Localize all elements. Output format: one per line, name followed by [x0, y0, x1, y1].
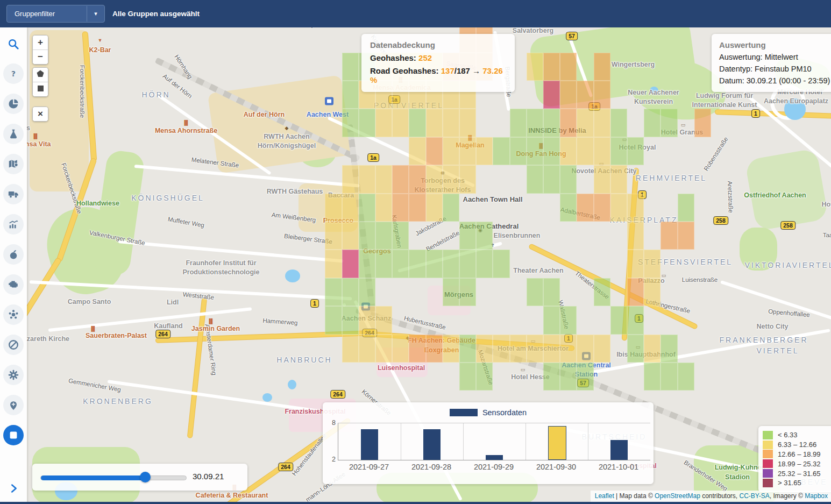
geohash-cell[interactable]	[476, 222, 493, 250]
geohash-cell[interactable]	[660, 363, 677, 391]
geohash-cell[interactable]	[342, 278, 359, 306]
geohash-cell[interactable]	[443, 137, 459, 165]
geohash-cell[interactable]	[644, 363, 660, 391]
attribution-link[interactable]: Leaflet	[595, 492, 614, 500]
geohash-cell[interactable]	[560, 363, 577, 391]
geohash-cell[interactable]	[627, 278, 644, 306]
geohash-cell[interactable]	[426, 109, 443, 137]
no-entry-icon[interactable]	[3, 335, 24, 355]
map-pin-icon[interactable]	[3, 154, 24, 174]
geohash-cell[interactable]	[426, 137, 443, 165]
geohash-cell[interactable]	[660, 335, 677, 363]
geohash-cell[interactable]	[527, 137, 543, 165]
geohash-cell[interactable]	[527, 278, 543, 306]
geohash-cell[interactable]	[577, 109, 593, 137]
geohash-cell[interactable]	[375, 306, 392, 334]
geohash-cell[interactable]	[543, 306, 560, 334]
geohash-cell[interactable]	[325, 250, 342, 278]
geohash-cell[interactable]	[610, 306, 627, 334]
geohash-cell[interactable]	[359, 335, 375, 363]
geohash-cell[interactable]	[678, 363, 694, 391]
geohash-cell[interactable]	[527, 109, 543, 137]
geohash-cell[interactable]	[543, 81, 560, 109]
geohash-cell[interactable]	[660, 222, 677, 250]
geohash-cell[interactable]	[392, 109, 409, 137]
geohash-cell[interactable]	[594, 53, 610, 81]
geohash-cell[interactable]	[594, 194, 610, 222]
geohash-cell[interactable]	[342, 109, 359, 137]
geohash-cell[interactable]	[359, 194, 375, 222]
geohash-cell[interactable]	[375, 222, 392, 250]
geohash-cell[interactable]	[459, 222, 476, 250]
geohash-cell[interactable]	[610, 137, 627, 165]
geohash-cell[interactable]	[342, 194, 359, 222]
flask-icon[interactable]	[3, 124, 24, 144]
truck-icon[interactable]	[3, 184, 24, 204]
geohash-cell[interactable]	[627, 335, 644, 363]
geohash-cell[interactable]	[325, 278, 342, 306]
geohash-cell[interactable]	[375, 194, 392, 222]
geohash-cell[interactable]	[527, 165, 543, 193]
geohash-cell[interactable]	[560, 137, 577, 165]
geohash-cell[interactable]	[543, 53, 560, 81]
group-filter-dropdown[interactable]: Gruppenfilter ▾	[6, 5, 105, 23]
geohash-cell[interactable]	[342, 335, 359, 363]
geohash-cell[interactable]	[543, 363, 560, 391]
geohash-cell[interactable]	[459, 250, 476, 278]
chart-growth-icon[interactable]	[3, 214, 24, 235]
geohash-cell[interactable]	[594, 109, 610, 137]
geohash-cell[interactable]	[409, 335, 425, 363]
location-move-icon[interactable]	[3, 395, 24, 415]
geohash-cell[interactable]	[560, 81, 577, 109]
gear-icon[interactable]	[3, 365, 24, 385]
geohash-cell[interactable]	[560, 53, 577, 81]
geohash-cell[interactable]	[426, 194, 443, 222]
geohash-cell[interactable]	[627, 222, 644, 250]
geohash-cell[interactable]	[359, 250, 375, 278]
geohash-cell[interactable]	[459, 278, 476, 306]
chart-bar-2021-09-27[interactable]	[361, 429, 378, 460]
geohash-cell[interactable]	[527, 53, 543, 81]
draw-polygon-button[interactable]	[33, 68, 48, 82]
geohash-cell[interactable]	[443, 335, 459, 363]
geohash-cell[interactable]	[610, 194, 627, 222]
geohash-cell[interactable]	[409, 194, 425, 222]
geohash-cell[interactable]	[325, 306, 342, 334]
geohash-cell[interactable]	[510, 137, 527, 165]
geohash-cell[interactable]	[459, 363, 476, 391]
geohash-cell[interactable]	[660, 109, 677, 137]
geohash-cell[interactable]	[392, 250, 409, 278]
geohash-cell[interactable]	[577, 335, 593, 363]
geohash-cell[interactable]	[627, 250, 644, 278]
geohash-cell[interactable]	[543, 165, 560, 193]
geohash-cell[interactable]	[644, 335, 660, 363]
pie-chart-icon[interactable]	[3, 94, 24, 114]
map-canvas[interactable]: HÖRNKÖNIGSHÜGELPONTVIERTELREHMVIERTELKAI…	[27, 27, 831, 504]
geohash-cell[interactable]	[510, 335, 527, 363]
geohash-cell[interactable]	[476, 335, 493, 363]
geohash-cell[interactable]	[577, 81, 593, 109]
geohash-cell[interactable]	[627, 194, 644, 222]
geohash-cell[interactable]	[392, 222, 409, 250]
geohash-cell[interactable]	[644, 278, 660, 306]
geohash-cell[interactable]	[577, 363, 593, 391]
geohash-cell[interactable]	[426, 165, 443, 193]
geohash-cell[interactable]	[325, 222, 342, 250]
geohash-cell[interactable]	[409, 137, 425, 165]
geohash-cell[interactable]	[543, 137, 560, 165]
geohash-cell[interactable]	[459, 165, 476, 193]
geohash-cell[interactable]	[342, 222, 359, 250]
stop-button[interactable]	[3, 425, 24, 445]
chart-bar-2021-09-28[interactable]	[423, 429, 441, 460]
engine-icon[interactable]	[3, 274, 24, 295]
geohash-cell[interactable]	[443, 194, 459, 222]
geohash-cell[interactable]	[493, 137, 509, 165]
geohash-cell[interactable]	[359, 222, 375, 250]
geohash-cell[interactable]	[443, 278, 459, 306]
zoom-out-button[interactable]: −	[33, 49, 48, 64]
geohash-cell[interactable]	[493, 250, 509, 278]
timeline-slider-thumb[interactable]	[140, 472, 151, 482]
apple-icon[interactable]	[3, 244, 24, 265]
geohash-cell[interactable]	[409, 109, 425, 137]
geohash-cell[interactable]	[375, 335, 392, 363]
